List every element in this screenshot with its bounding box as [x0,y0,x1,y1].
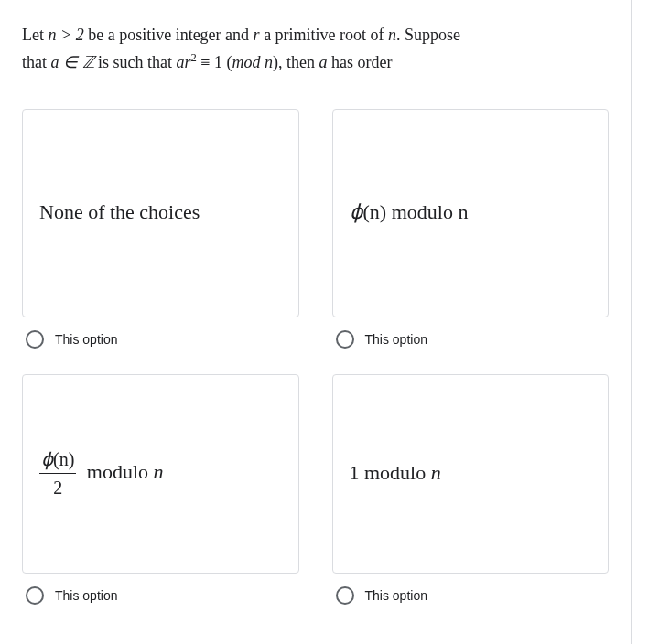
radio-row-1[interactable]: This option [22,330,299,349]
option-content-4: 1 modulo n [350,460,441,487]
radio-label: This option [55,588,117,603]
options-grid: None of the choices This option ϕ(n) mod… [22,109,609,605]
math-n: (n) [363,200,387,223]
radio-label: This option [365,588,427,603]
option-cell-1: None of the choices This option [22,109,299,349]
text-fragment: modulo [81,460,153,483]
text-fragment: modulo [360,461,431,484]
question-container: Let n > 2 be a positive integer and r a … [0,0,632,644]
text-fragment: . Suppose [396,26,460,44]
math-fragment: n [431,461,441,484]
radio-icon[interactable] [336,330,354,349]
option-cell-4: 1 modulo n This option [332,374,610,605]
text-fragment: that [22,53,51,71]
radio-icon[interactable] [26,586,44,605]
option-content-1: None of the choices [39,199,200,226]
math-n: (n) [53,449,74,469]
fraction-denominator: 2 [39,474,76,499]
text-fragment: is such that [94,53,177,71]
radio-icon[interactable] [26,330,44,349]
math-fragment: n > 2 [49,26,84,44]
text-fragment: be a positive integer and [84,26,254,44]
fraction-numerator: ϕ(n) [39,447,76,474]
option-card-2[interactable]: ϕ(n) modulo n [332,109,610,317]
phi-symbol: ϕ [41,449,53,469]
radio-row-4[interactable]: This option [332,586,610,605]
math-fragment: r [254,26,260,44]
radio-icon[interactable] [336,586,354,605]
number-one: 1 [350,461,360,484]
math-fragment: n [154,460,164,483]
radio-label: This option [55,332,117,347]
question-prompt: Let n > 2 be a positive integer and r a … [22,22,609,76]
radio-label: This option [365,332,427,347]
option-content-2: ϕ(n) modulo n [350,199,469,226]
text-fragment: ≡ 1 ( [197,53,232,71]
math-fragment: ar [177,53,191,71]
math-fragment: n [388,26,396,44]
text-fragment: Let [22,26,49,44]
radio-row-2[interactable]: This option [332,330,610,349]
text-fragment: modulo n [386,200,468,223]
option-cell-3: ϕ(n) 2 modulo n This option [22,374,299,605]
option-card-3[interactable]: ϕ(n) 2 modulo n [22,374,299,574]
phi-symbol: ϕ [350,200,363,223]
option-card-4[interactable]: 1 modulo n [332,374,610,574]
radio-row-3[interactable]: This option [22,586,299,605]
option-cell-2: ϕ(n) modulo n This option [332,109,610,349]
option-content-3: ϕ(n) 2 modulo n [39,447,164,499]
text-fragment: a primitive root of [260,26,388,44]
option-card-1[interactable]: None of the choices [22,109,299,317]
text-fragment: ), then [273,53,319,71]
math-fragment: mod n [232,53,273,71]
text-fragment: has order [327,53,392,71]
math-fragment: a ∈ ℤ [51,53,94,71]
fraction: ϕ(n) 2 [39,447,76,499]
